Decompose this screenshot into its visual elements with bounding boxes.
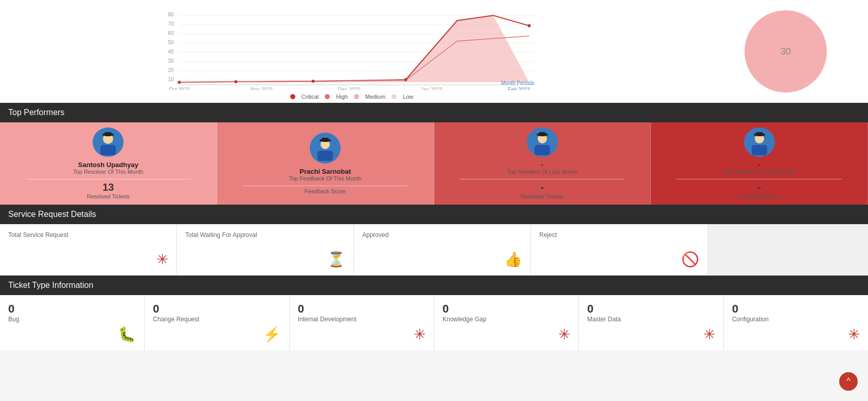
service-request-cards: Total Service Request ✳ Total Waiting Fo… xyxy=(0,224,868,276)
svg-text:Month Periods: Month Periods xyxy=(501,80,534,86)
svg-text:70: 70 xyxy=(168,21,174,27)
total-service-label: Total Service Request xyxy=(8,231,168,239)
line-chart: 80 70 60 50 40 30 20 10 xyxy=(10,10,693,90)
performer-label-4: Feedback Score xyxy=(739,193,780,199)
ticket-master-card: 0 Master Data ✳ xyxy=(579,295,723,350)
svg-text:Dec 2022: Dec 2022 xyxy=(338,87,360,90)
svg-rect-46 xyxy=(752,145,767,155)
svg-text:10: 10 xyxy=(168,77,174,82)
performer-name-4: - xyxy=(758,161,760,169)
master-asterisk-icon: ✳ xyxy=(587,326,715,343)
performer-role-2: Top Feedback Of This Month xyxy=(289,175,362,181)
ticket-config-card: 0 Configuration ✳ xyxy=(724,295,868,350)
performer-card-2: Prachi Sarnobat Top Feedback Of This Mon… xyxy=(217,122,434,205)
config-value: 0 xyxy=(732,302,860,316)
svg-text:Oct 2022: Oct 2022 xyxy=(169,87,190,90)
low-legend-dot xyxy=(392,94,397,99)
performer-value-3: - xyxy=(541,181,544,193)
performer-role-4: Top Feedback Of Last Month xyxy=(723,169,795,175)
svg-rect-48 xyxy=(754,134,765,136)
performer-divider-3 xyxy=(460,179,625,179)
waiting-approval-card: Total Waiting For Approval ⏳ xyxy=(177,224,354,276)
svg-rect-38 xyxy=(317,151,333,161)
approved-card: Approved 👍 xyxy=(354,224,531,276)
master-value: 0 xyxy=(587,302,715,316)
performer-role-1: Top Resolver Of This Month xyxy=(73,169,143,175)
performer-card-1: Santosh Upadhyay Top Resolver Of This Mo… xyxy=(0,122,217,205)
ticket-type-header: Ticket Type Information xyxy=(0,276,868,295)
knowledge-label: Knowledge Gap xyxy=(442,316,570,323)
service-request-header: Service Request Details xyxy=(0,205,868,224)
ticket-change-card: 0 Change Request ⚡ xyxy=(145,295,289,350)
performer-value-4: - xyxy=(757,181,761,193)
performer-label-2: Feedback Score xyxy=(305,188,346,194)
svg-rect-40 xyxy=(320,139,331,141)
performer-name-1: Santosh Upadhyay xyxy=(78,161,138,169)
empty-card xyxy=(708,224,868,276)
line-chart-container: 80 70 60 50 40 30 20 10 xyxy=(0,5,703,98)
svg-point-19 xyxy=(178,81,181,84)
medium-legend-label: Medium xyxy=(365,94,385,100)
svg-text:40: 40 xyxy=(168,49,174,54)
top-performers-title: Top Performers xyxy=(8,108,64,117)
ticket-type-title: Ticket Type Information xyxy=(8,281,93,289)
svg-text:Feb 2023: Feb 2023 xyxy=(508,87,530,90)
svg-text:80: 80 xyxy=(168,12,174,17)
hourglass-icon: ⏳ xyxy=(185,251,345,268)
total-service-request-card: Total Service Request ✳ xyxy=(0,224,177,276)
change-value: 0 xyxy=(153,302,280,316)
critical-legend-dot xyxy=(290,94,295,99)
knowledge-value: 0 xyxy=(442,302,570,316)
ticket-bug-card: 0 Bug 🐛 xyxy=(0,295,145,350)
bolt-icon: ⚡ xyxy=(153,326,280,343)
performers-row: Santosh Upadhyay Top Resolver Of This Mo… xyxy=(0,122,868,205)
knowledge-asterisk-icon: ✳ xyxy=(442,326,570,343)
asterisk-icon: ✳ xyxy=(8,251,168,268)
master-label: Master Data xyxy=(587,316,715,323)
avatar-4 xyxy=(744,127,775,157)
internal-label: Internal Development xyxy=(298,316,426,323)
performer-card-3: - Top Resolver Of Last Month - Resolved … xyxy=(434,122,651,205)
approved-label: Approved xyxy=(362,231,522,239)
ticket-knowledge-card: 0 Knowledge Gap ✳ xyxy=(434,295,579,350)
chart-legend: Critical High Medium Low xyxy=(10,94,693,100)
low-legend-label: Low xyxy=(403,94,413,100)
reject-card: Reject 🚫 xyxy=(531,224,708,276)
bug-value: 0 xyxy=(8,302,136,316)
config-asterisk-icon: ✳ xyxy=(732,326,860,343)
internal-value: 0 xyxy=(298,302,426,316)
internal-asterisk-icon: ✳ xyxy=(298,326,426,343)
bug-icon: 🐛 xyxy=(8,326,136,343)
svg-point-23 xyxy=(528,24,531,27)
svg-rect-42 xyxy=(535,145,550,155)
svg-rect-36 xyxy=(102,134,114,136)
performer-role-3: Top Resolver Of Last Month xyxy=(507,169,577,175)
svg-text:50: 50 xyxy=(168,40,174,45)
svg-text:30: 30 xyxy=(168,58,174,64)
performer-divider-2 xyxy=(243,186,408,186)
pie-chart: 30 xyxy=(739,5,832,98)
high-legend-dot xyxy=(325,94,330,99)
thumbsup-icon: 👍 xyxy=(362,251,522,268)
change-label: Change Request xyxy=(153,316,280,323)
svg-point-22 xyxy=(404,78,408,81)
svg-point-20 xyxy=(235,80,238,83)
svg-rect-33 xyxy=(100,145,116,155)
performer-name-3: - xyxy=(541,161,543,169)
svg-text:Jan 2023: Jan 2023 xyxy=(421,87,442,90)
svg-text:30: 30 xyxy=(781,46,791,57)
top-performers-header: Top Performers xyxy=(0,103,868,122)
performer-value-1: 13 xyxy=(102,181,114,193)
ticket-type-cards: 0 Bug 🐛 0 Change Request ⚡ 0 Internal De… xyxy=(0,295,868,350)
waiting-approval-label: Total Waiting For Approval xyxy=(185,231,345,239)
service-request-title: Service Request Details xyxy=(8,210,96,218)
avatar-3 xyxy=(527,127,558,157)
performer-card-4: - Top Feedback Of Last Month - Feedback … xyxy=(651,122,868,205)
performer-divider-1 xyxy=(26,179,191,179)
performer-divider-4 xyxy=(677,179,842,179)
critical-legend-label: Critical xyxy=(302,94,319,100)
performer-label-3: Resolved Tickets xyxy=(521,193,563,199)
performer-label-1: Resolved Tickets xyxy=(87,193,130,199)
svg-text:60: 60 xyxy=(168,30,174,36)
ticket-internal-card: 0 Internal Development ✳ xyxy=(290,295,434,350)
